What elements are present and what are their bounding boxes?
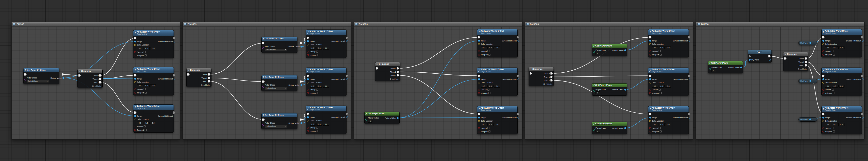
wire-exec[interactable] [210, 81, 264, 120]
wire-exec[interactable] [100, 82, 135, 113]
wire-exec[interactable] [806, 37, 824, 58]
class-pin-icon[interactable] [262, 86, 264, 88]
pin-value-field[interactable]: 0 [595, 52, 600, 55]
exec-pin-icon[interactable] [346, 113, 348, 115]
vector-pin-icon[interactable] [478, 43, 480, 45]
exec-pin-icon[interactable] [530, 72, 532, 75]
struct-pin-icon[interactable] [518, 117, 519, 119]
pin-checkbox[interactable] [659, 92, 661, 94]
vector-pin-icon[interactable] [649, 120, 651, 122]
int-pin-icon[interactable] [593, 90, 595, 92]
wire-exec[interactable] [210, 78, 264, 82]
struct-pin-icon[interactable] [518, 40, 519, 42]
bool-pin-icon[interactable] [478, 50, 480, 52]
exec-pin-icon[interactable] [262, 81, 265, 83]
object-pin-icon[interactable] [749, 59, 751, 61]
object-pin-icon[interactable] [307, 78, 309, 80]
vector-field[interactable]: 0.0 [488, 46, 494, 49]
object-pin-icon[interactable] [624, 127, 626, 129]
vector-field[interactable]: 0.0 [481, 46, 487, 49]
vector-field[interactable]: 0.0 [494, 46, 500, 49]
vector-pin-icon[interactable] [307, 120, 309, 122]
object-pin-icon[interactable] [134, 41, 136, 42]
node-variable-get-my-pawn[interactable]: My Pawn [799, 79, 817, 83]
vector-field[interactable]: 0.0 [494, 85, 500, 88]
wire-exec[interactable] [806, 62, 824, 76]
exec-pin-icon[interactable] [173, 74, 175, 76]
exec-pin-icon[interactable] [478, 36, 480, 38]
object-pin-icon[interactable] [649, 40, 651, 42]
pin-checkbox[interactable] [489, 92, 491, 94]
pin-checkbox[interactable] [488, 50, 490, 52]
struct-pin-icon[interactable] [174, 115, 175, 117]
pin-checkbox[interactable] [488, 89, 490, 91]
bool-pin-icon[interactable] [307, 92, 309, 94]
vector-field[interactable]: 0.0 [825, 123, 831, 126]
object-pin-icon[interactable] [740, 67, 742, 68]
exec-pin-icon[interactable] [134, 112, 136, 114]
exec-pin-icon[interactable] [208, 73, 211, 76]
vector-pin-icon[interactable] [307, 82, 309, 84]
node-add-actor-world-offset[interactable]: ƒAdd Actor World OffsetTarget is ActorTa… [648, 68, 689, 96]
vector-field[interactable]: 0.0 [323, 85, 329, 88]
object-pin-icon[interactable] [301, 122, 302, 124]
vector-pin-icon[interactable] [134, 44, 136, 46]
pin-checkbox[interactable] [659, 53, 661, 55]
pin-checkbox[interactable] [658, 50, 660, 52]
exec-pin-icon[interactable] [769, 55, 771, 57]
vector-pin-icon[interactable] [823, 43, 824, 45]
node-add-actor-world-offset[interactable]: ƒAdd Actor World OffsetTarget is ActorTa… [648, 106, 689, 134]
node-add-actor-world-offset[interactable]: ƒAdd Actor World OffsetTarget is ActorTa… [648, 29, 689, 57]
vector-field[interactable]: 0.0 [316, 123, 322, 126]
wire-object[interactable] [625, 41, 650, 50]
exec-pin-icon[interactable] [517, 113, 519, 115]
object-pin-icon[interactable] [134, 78, 136, 80]
exec-pin-icon[interactable] [478, 113, 480, 115]
pin-checkbox[interactable] [145, 92, 147, 94]
pin-checkbox[interactable] [658, 127, 660, 129]
bool-pin-icon[interactable] [307, 130, 309, 132]
vector-field[interactable]: 0.0 [825, 85, 831, 88]
exec-pin-icon[interactable] [823, 75, 825, 77]
pin-value-field[interactable]: 0 [595, 130, 600, 133]
exec-pin-icon[interactable] [649, 75, 651, 77]
pin-checkbox[interactable] [144, 125, 146, 127]
struct-pin-icon[interactable] [688, 117, 690, 119]
node-get-actor-of-class[interactable]: ƒGet Actor Of ClassActor ClassSelect Cla… [261, 75, 298, 91]
exec-pin-icon[interactable] [208, 80, 211, 83]
bool-pin-icon[interactable] [478, 131, 480, 132]
bool-pin-icon[interactable] [823, 131, 824, 132]
vector-pin-icon[interactable] [478, 82, 480, 84]
pin-checkbox[interactable] [144, 88, 146, 90]
node-get-player-pawn[interactable]: ƒGet Player PawnPlayer Index0Return Valu… [592, 83, 627, 96]
exec-pin-icon[interactable] [517, 75, 519, 77]
int-pin-icon[interactable] [593, 51, 595, 53]
exec-pin-icon[interactable] [861, 75, 864, 77]
struct-pin-icon[interactable] [346, 40, 348, 42]
wire-exec[interactable] [806, 65, 824, 114]
exec-pin-icon[interactable] [823, 36, 825, 38]
node-add-actor-world-offset[interactable]: ƒAdd Actor World OffsetTarget is ActorTa… [133, 105, 174, 133]
bool-pin-icon[interactable] [649, 89, 651, 91]
bool-pin-icon[interactable] [823, 92, 824, 94]
wire-object[interactable] [398, 41, 479, 118]
pin-value-field[interactable]: 0 [595, 91, 600, 94]
exec-pin-icon[interactable] [173, 37, 175, 39]
vector-field[interactable]: 0.0 [838, 46, 844, 49]
pin-checkbox[interactable] [488, 127, 490, 129]
vector-field[interactable]: 0.0 [488, 123, 494, 126]
exec-pin-icon[interactable] [861, 113, 864, 115]
class-select-dropdown[interactable]: Select Class▾ [265, 48, 287, 51]
wire-exec[interactable] [770, 56, 785, 58]
vector-field[interactable]: 0.0 [838, 123, 844, 126]
exec-pin-icon[interactable] [307, 37, 309, 39]
bool-pin-icon[interactable] [134, 126, 136, 127]
pin-value-field[interactable]: 0 [368, 120, 372, 123]
exec-pin-icon[interactable] [300, 42, 302, 44]
exec-pin-icon[interactable] [649, 113, 651, 115]
vector-field[interactable]: 0.0 [144, 84, 150, 87]
vector-field[interactable]: 0.0 [838, 85, 844, 88]
node-variable-get-my-pawn[interactable]: My Pawn [799, 41, 817, 45]
exec-pin-icon[interactable] [805, 57, 807, 60]
wire-object[interactable] [398, 79, 479, 118]
